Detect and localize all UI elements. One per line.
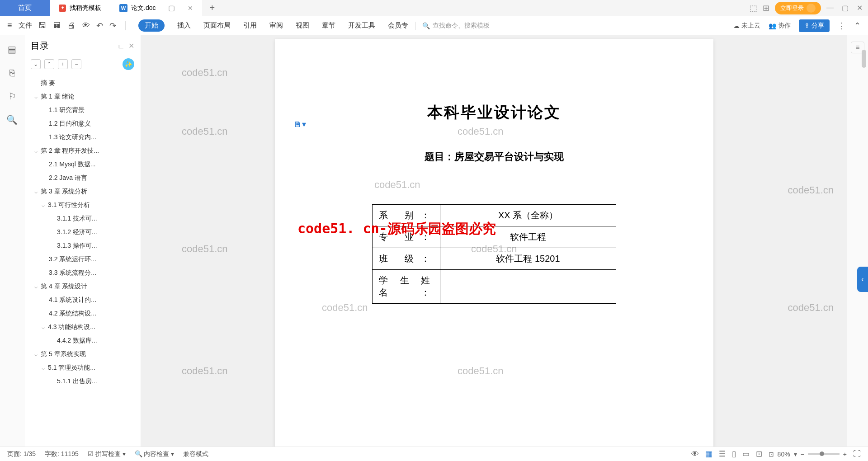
outline-item[interactable]: 4.1 系统设计的... (31, 293, 141, 307)
zoom-out-icon[interactable]: − (801, 451, 804, 458)
layout-icon[interactable]: ⬚ (750, 3, 757, 13)
ribbon-view[interactable]: 视图 (296, 21, 309, 30)
file-menu[interactable]: 文件 (19, 21, 32, 30)
tab-add[interactable]: + (202, 3, 222, 13)
outline-icon[interactable]: ▤ (6, 43, 18, 55)
fullscreen-icon[interactable]: ⛶ (853, 450, 861, 459)
tab-templates[interactable]: ✦ 找稻壳模板 (50, 0, 110, 16)
expand-all-icon[interactable]: ⌃ (44, 59, 54, 69)
outline-item[interactable]: 第 5 章系统实现 (31, 348, 141, 361)
more-icon[interactable]: ⋮ (838, 21, 846, 31)
table-row: 班 级：软件工程 15201 (373, 248, 616, 270)
scrollbar[interactable] (861, 0, 867, 461)
apps-icon[interactable]: ⊞ (763, 3, 769, 13)
outline-item[interactable]: 1.3 论文研究内... (31, 131, 141, 144)
ribbon-vip[interactable]: 会员专 (388, 21, 408, 30)
outline-item[interactable]: 4.4.2 数据库... (31, 334, 141, 348)
zoom-dropdown-icon[interactable]: ▾ (794, 451, 797, 458)
collab-icon: 👥 (769, 22, 776, 29)
ribbon-chapter[interactable]: 章节 (322, 21, 335, 30)
page-anchor-icon: 🗎▾ (294, 119, 306, 129)
outline-item[interactable]: 4.3 功能结构设... (31, 320, 141, 334)
pin-icon[interactable]: ⊏ (118, 42, 124, 50)
word-count[interactable]: 字数: 11195 (45, 450, 79, 458)
separator (125, 21, 126, 30)
view-page-icon[interactable]: ▦ (705, 449, 712, 459)
ribbon-insert[interactable]: 插入 (177, 21, 191, 30)
outline-item[interactable]: 3.1.1 技术可... (31, 212, 141, 226)
outline-item[interactable]: 5.1 管理员功能... (31, 361, 141, 375)
screen-icon[interactable]: ▢ (168, 4, 175, 12)
menu-icon[interactable]: ≡ (7, 21, 12, 30)
spellcheck-toggle[interactable]: ☑ 拼写检查 ▾ (88, 450, 126, 458)
close-outline-icon[interactable]: ✕ (128, 42, 134, 50)
ribbon-review[interactable]: 审阅 (269, 21, 283, 30)
zoom-control[interactable]: ⊡ 80% ▾ − + (769, 451, 847, 458)
collab-button[interactable]: 👥协作 (769, 22, 791, 30)
command-search[interactable]: 🔍 查找命令、搜索模板 (415, 22, 490, 30)
outline-item[interactable]: 2.1 Mysql 数据... (31, 158, 141, 171)
bookmark-icon[interactable]: ⚐ (6, 90, 18, 102)
preview-icon[interactable]: 👁 (82, 21, 90, 30)
tab-home[interactable]: 首页 (0, 0, 50, 16)
zoom-slider[interactable] (808, 453, 840, 455)
close-icon[interactable]: ✕ (188, 5, 193, 12)
view-web-icon[interactable]: ▭ (742, 449, 750, 459)
outline-item[interactable]: 2.2 Java 语言 (31, 171, 141, 185)
search-placeholder: 查找命令、搜索模板 (433, 22, 490, 30)
view-outline-icon[interactable]: ☰ (719, 449, 726, 459)
maximize-icon[interactable]: ▢ (842, 4, 849, 12)
side-tab[interactable]: ‹ (857, 267, 868, 292)
minimize-icon[interactable]: — (826, 4, 834, 12)
outline-item[interactable]: 3.1 可行性分析 (31, 198, 141, 212)
cloud-status[interactable]: ☁未上云 (733, 22, 760, 30)
ribbon-layout[interactable]: 页面布局 (203, 21, 231, 30)
undo-icon[interactable]: ↶ (96, 21, 103, 31)
comment-icon[interactable]: ⊡ (756, 449, 762, 459)
outline-item[interactable]: 第 4 章 系统设计 (31, 280, 141, 293)
outline-title: 目录 (31, 40, 49, 52)
ai-icon[interactable]: ✨ (123, 58, 134, 70)
remove-level-icon[interactable]: − (71, 59, 81, 69)
outline-tools: ⌄ ⌃ + − ✨ (24, 56, 141, 75)
print-icon[interactable]: 🖨 (67, 21, 75, 30)
watermark: code51.cn (374, 179, 420, 191)
outline-item[interactable]: 3.2 系统运行环... (31, 253, 141, 266)
nav-icon[interactable]: ⎘ (6, 67, 18, 79)
eye-icon[interactable]: 👁 (691, 450, 699, 459)
outline-item[interactable]: 3.1.3 操作可... (31, 239, 141, 253)
collapse-all-icon[interactable]: ⌄ (31, 59, 41, 69)
redo-icon[interactable]: ↷ (109, 21, 116, 31)
page-indicator[interactable]: 页面: 1/35 (7, 450, 36, 458)
save-icon[interactable]: 🖫 (38, 21, 47, 30)
outline-item[interactable]: 1.1 研究背景 (31, 103, 141, 117)
find-icon[interactable]: 🔍 (6, 114, 18, 126)
ribbon-start[interactable]: 开始 (138, 19, 165, 32)
tab-document[interactable]: W 论文.doc ▢ ✕ (110, 0, 202, 16)
outline-item[interactable]: 3.1.2 经济可... (31, 226, 141, 239)
tab-bar: 首页 ✦ 找稻壳模板 W 论文.doc ▢ ✕ + ⬚ ⊞ 立即登录 — ▢ ✕ (0, 0, 868, 16)
outline-item[interactable]: 摘 要 (31, 76, 141, 90)
add-level-icon[interactable]: + (58, 59, 68, 69)
outline-item[interactable]: 5.1.1 出售房... (31, 375, 141, 388)
outline-item[interactable]: 3.3 系统流程分... (31, 266, 141, 280)
content-check[interactable]: 🔍 内容检查 ▾ (135, 450, 175, 458)
outline-item[interactable]: 第 2 章 程序开发技... (31, 144, 141, 158)
outline-item[interactable]: 4.2 系统结构设... (31, 307, 141, 320)
ribbon-reference[interactable]: 引用 (243, 21, 257, 30)
share-button[interactable]: ⇪分享 (799, 19, 830, 32)
document-canvas[interactable]: 🗎▾ 本科毕业设计论文 code51. cn-源码乐园盗图必究 题目：房屋交易平… (141, 35, 847, 447)
zoom-fit-icon[interactable]: ⊡ (769, 451, 774, 458)
scrollbar-thumb[interactable] (862, 50, 866, 68)
outline-item[interactable]: 1.2 目的和意义 (31, 117, 141, 131)
outline-item[interactable]: 第 1 章 绪论 (31, 90, 141, 103)
tab-document-label: 论文.doc (131, 4, 156, 12)
login-button[interactable]: 立即登录 (775, 2, 821, 14)
ribbon-devtools[interactable]: 开发工具 (348, 21, 375, 30)
zoom-in-icon[interactable]: + (843, 451, 847, 458)
save-as-icon[interactable]: 🖬 (53, 21, 61, 30)
outline-list[interactable]: 摘 要第 1 章 绪论1.1 研究背景1.2 目的和意义1.3 论文研究内...… (24, 75, 141, 447)
collapse-icon[interactable]: ⌃ (854, 21, 861, 31)
view-read-icon[interactable]: ▯ (732, 449, 736, 459)
outline-item[interactable]: 第 3 章 系统分析 (31, 185, 141, 198)
